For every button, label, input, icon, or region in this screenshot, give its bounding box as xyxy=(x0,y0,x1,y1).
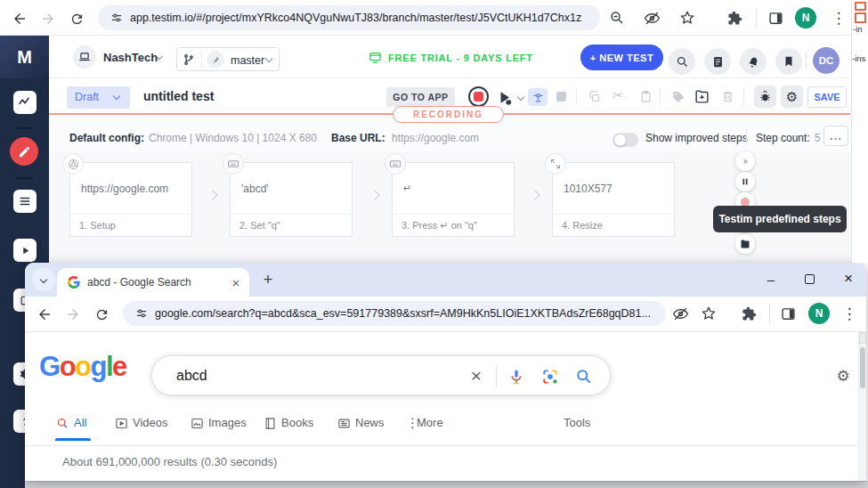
side-panel-icon[interactable] xyxy=(767,10,784,26)
pin-icon[interactable] xyxy=(207,51,224,69)
chevron-down-icon xyxy=(265,55,272,62)
tabs-divider xyxy=(25,445,866,446)
window-maximize-button[interactable] xyxy=(805,274,815,284)
remote-run-button[interactable] xyxy=(528,88,548,106)
workspace-name[interactable]: NashTech xyxy=(103,51,158,64)
search-input[interactable]: abcd xyxy=(176,368,207,384)
branch-selector[interactable]: master xyxy=(176,47,280,71)
step-footer: 1. Setup xyxy=(70,214,191,237)
run-options-chevron-icon[interactable] xyxy=(517,94,524,101)
profile-avatar[interactable]: N xyxy=(795,7,816,28)
docs-icon xyxy=(711,55,725,69)
testim-logo[interactable]: M xyxy=(0,36,49,78)
add-folder-button[interactable] xyxy=(694,88,710,104)
extensions-icon[interactable] xyxy=(741,305,758,321)
google-tab-images[interactable]: Images xyxy=(208,416,247,429)
google-tab-more[interactable]: More xyxy=(417,416,443,429)
whats-new-button[interactable] xyxy=(775,48,802,75)
zoom-out-icon[interactable] xyxy=(609,10,625,26)
bookmark-star-icon[interactable] xyxy=(678,10,695,26)
clear-search-icon[interactable]: × xyxy=(466,365,487,386)
tab-search-button[interactable] xyxy=(32,268,55,291)
user-avatar[interactable]: DC xyxy=(813,47,840,74)
eye-off-icon[interactable] xyxy=(671,305,689,321)
header-divider xyxy=(806,52,807,69)
sidebar-item-activity[interactable] xyxy=(13,91,37,114)
forward-icon[interactable] xyxy=(39,10,57,28)
side-panel-icon[interactable] xyxy=(780,305,797,321)
sidebar-item-runs[interactable] xyxy=(13,239,37,262)
status-dropdown[interactable]: Draft xyxy=(67,86,130,109)
address-bar[interactable]: app.testim.io/#/project/mxYRkco4NQVguNwu… xyxy=(98,5,600,30)
tab-close-icon[interactable]: × xyxy=(228,274,244,290)
tune-icon[interactable] xyxy=(135,307,148,320)
google-tab-all[interactable]: All xyxy=(74,416,86,429)
google-tools-button[interactable]: Tools xyxy=(564,416,590,429)
step-footer: 3. Press ↵ on "q" xyxy=(393,214,514,237)
lens-search-icon[interactable] xyxy=(540,367,560,386)
settings-button[interactable]: ⚙ xyxy=(781,85,803,108)
save-button[interactable]: SAVE xyxy=(807,86,847,108)
new-test-button[interactable]: + NEW TEST xyxy=(580,45,663,70)
extensions-icon[interactable] xyxy=(726,10,743,26)
google-tab-news[interactable]: News xyxy=(355,416,385,429)
bookmark-star-icon[interactable] xyxy=(700,305,717,321)
new-tab-button[interactable]: + xyxy=(258,270,278,289)
step-card-1[interactable]: https://google.com 1. Setup xyxy=(69,162,192,237)
scrollbar[interactable] xyxy=(858,332,866,481)
notifications-button[interactable] xyxy=(740,48,767,75)
voice-search-icon[interactable] xyxy=(507,367,526,386)
step-card-4[interactable]: 1010X577 4. Resize xyxy=(552,162,675,237)
play-steps-button[interactable] xyxy=(735,151,755,171)
workspace-icon[interactable] xyxy=(73,45,96,69)
browser-tab-active[interactable]: abcd - Google Search × xyxy=(57,268,249,297)
back-icon[interactable] xyxy=(11,10,28,28)
window-minimize-button[interactable]: – xyxy=(762,270,780,288)
google-tab-videos[interactable]: Videos xyxy=(133,416,168,429)
step-card-3[interactable]: ↵ 3. Press ↵ on "q" xyxy=(392,162,515,237)
reload-icon[interactable] xyxy=(68,10,85,28)
run-test-button[interactable] xyxy=(495,88,513,106)
go-to-app-button[interactable]: GO TO APP xyxy=(386,87,455,107)
google-logo[interactable]: Google xyxy=(39,351,126,383)
sidebar-item-editor-active[interactable] xyxy=(10,137,38,166)
step-arrow-icon xyxy=(207,190,217,199)
result-stats: About 691,000,000 results (0.30 seconds) xyxy=(62,455,277,468)
profile-avatar[interactable]: N xyxy=(808,303,830,324)
improved-steps-toggle[interactable] xyxy=(612,133,638,147)
sidebar-item-list[interactable] xyxy=(13,190,37,213)
kebab-menu-icon[interactable]: ⋮ xyxy=(831,8,846,28)
step-count-label: Step count: xyxy=(756,132,810,144)
docs-button[interactable] xyxy=(704,48,731,75)
copy-icon xyxy=(587,89,601,103)
search-box[interactable]: abcd × xyxy=(151,355,611,395)
scrollbar-up-button[interactable] xyxy=(859,332,866,344)
stop-recording-button[interactable] xyxy=(468,86,489,107)
address-url[interactable]: app.testim.io/#/project/mxYRkco4NQVguNwu… xyxy=(130,5,595,30)
pause-button[interactable] xyxy=(735,172,755,191)
google-tab-books[interactable]: Books xyxy=(281,416,313,429)
scrollbar-thumb[interactable] xyxy=(860,347,865,388)
settings-gear-icon[interactable]: ⚙ xyxy=(833,366,853,386)
step-type-chrome-icon xyxy=(62,153,84,175)
address-url[interactable]: google.com/search?q=abcd&sca_esv=5917793… xyxy=(155,301,659,326)
step-card-2[interactable]: 'abcd' 2. Set "q" xyxy=(230,162,353,237)
debug-button[interactable] xyxy=(754,85,776,108)
screen: app.testim.io/#/project/mxYRkco4NQVguNwu… xyxy=(0,0,868,488)
reload-icon[interactable] xyxy=(93,305,110,323)
test-title[interactable]: untitled test xyxy=(143,89,214,103)
news-tab-icon xyxy=(337,416,351,430)
inner-browser-toolbar: google.com/search?q=abcd&sca_esv=5917793… xyxy=(25,297,866,332)
address-bar[interactable]: google.com/search?q=abcd&sca_esv=5917793… xyxy=(123,301,666,326)
eye-off-icon[interactable] xyxy=(643,10,661,26)
search-button[interactable] xyxy=(669,48,695,75)
window-close-button[interactable]: × xyxy=(839,269,858,289)
more-options-button[interactable]: ... xyxy=(823,126,848,146)
shared-steps-button[interactable] xyxy=(735,234,755,254)
back-icon[interactable] xyxy=(36,305,53,323)
search-submit-icon[interactable] xyxy=(574,367,594,386)
tune-icon[interactable] xyxy=(110,12,123,24)
clipped-text-2: -ins xyxy=(852,53,865,63)
kebab-menu-icon[interactable]: ⋮ xyxy=(842,304,856,323)
forward-icon[interactable] xyxy=(64,305,82,323)
